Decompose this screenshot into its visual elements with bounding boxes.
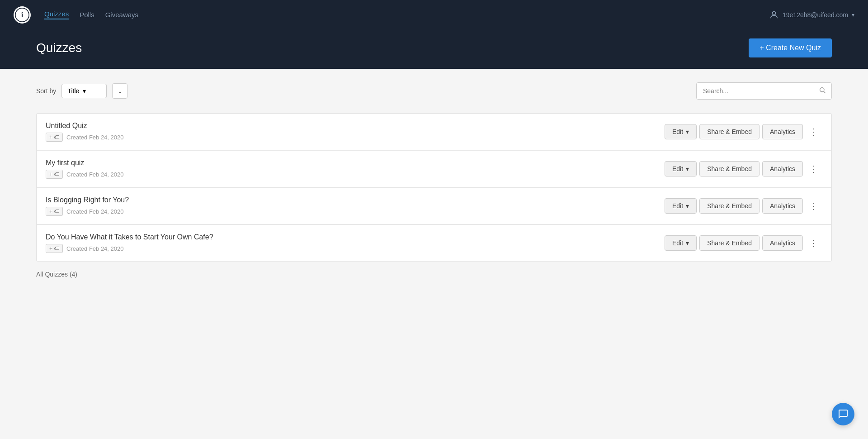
chat-button[interactable] — [832, 403, 854, 425]
analytics-button[interactable]: Analytics — [762, 235, 803, 251]
logo[interactable]: i — [14, 6, 31, 24]
share-embed-button[interactable]: Share & Embed — [699, 235, 760, 251]
quiz-info: Is Blogging Right for You? + 🏷 Created F… — [46, 196, 129, 216]
edit-button[interactable]: Edit ▾ — [665, 124, 697, 139]
quiz-name: Do You Have What it Takes to Start Your … — [46, 233, 213, 241]
search-icon — [819, 86, 826, 94]
main-content: Sort by Title ▾ ↓ Untitled Quiz — [0, 69, 868, 439]
created-date: Created Feb 24, 2020 — [66, 171, 123, 178]
quiz-meta: + 🏷 Created Feb 24, 2020 — [46, 207, 129, 216]
tag-icon: 🏷 — [54, 171, 59, 177]
share-embed-button[interactable]: Share & Embed — [699, 161, 760, 177]
quiz-actions: Edit ▾ Share & Embed Analytics ⋮ — [665, 235, 822, 251]
user-menu[interactable]: 19e12eb8@uifeed.com ▾ — [769, 10, 854, 20]
sort-label: Sort by — [36, 87, 56, 95]
plus-icon: + — [49, 134, 52, 140]
tag-icon: 🏷 — [54, 208, 59, 215]
created-date: Created Feb 24, 2020 — [66, 208, 123, 215]
quiz-count: All Quizzes (4) — [36, 271, 832, 278]
tag-icon: 🏷 — [54, 245, 59, 252]
create-quiz-button[interactable]: + Create New Quiz — [749, 38, 832, 57]
quiz-item: Do You Have What it Takes to Start Your … — [36, 224, 832, 262]
quiz-item: My first quiz + 🏷 Created Feb 24, 2020 E… — [36, 150, 832, 187]
sort-search-row: Sort by Title ▾ ↓ — [36, 82, 832, 100]
edit-chevron-icon: ▾ — [686, 128, 689, 135]
quiz-name: Is Blogging Right for You? — [46, 196, 129, 204]
analytics-button[interactable]: Analytics — [762, 198, 803, 214]
created-date: Created Feb 24, 2020 — [66, 245, 123, 252]
user-email: 19e12eb8@uifeed.com — [783, 11, 848, 19]
add-tag-button[interactable]: + 🏷 — [46, 133, 63, 142]
logo-icon: i — [14, 6, 31, 24]
edit-chevron-icon: ▾ — [686, 239, 689, 247]
more-options-button[interactable]: ⋮ — [806, 200, 822, 212]
quiz-info: My first quiz + 🏷 Created Feb 24, 2020 — [46, 159, 124, 179]
analytics-button[interactable]: Analytics — [762, 161, 803, 177]
nav-quizzes[interactable]: Quizzes — [44, 10, 69, 19]
header-left: i Quizzes Polls Giveaways — [14, 6, 138, 24]
svg-point-4 — [820, 88, 824, 92]
created-date: Created Feb 24, 2020 — [66, 134, 123, 141]
nav-links: Quizzes Polls Giveaways — [44, 10, 138, 19]
edit-button[interactable]: Edit ▾ — [665, 161, 697, 177]
add-tag-button[interactable]: + 🏷 — [46, 170, 63, 179]
quiz-info: Untitled Quiz + 🏷 Created Feb 24, 2020 — [46, 122, 124, 142]
edit-button[interactable]: Edit ▾ — [665, 198, 697, 214]
quiz-item: Untitled Quiz + 🏷 Created Feb 24, 2020 E… — [36, 113, 832, 150]
quiz-actions: Edit ▾ Share & Embed Analytics ⋮ — [665, 161, 822, 177]
edit-button[interactable]: Edit ▾ — [665, 235, 697, 251]
svg-text:i: i — [21, 10, 24, 19]
sort-chevron-icon: ▾ — [83, 87, 86, 95]
edit-chevron-icon: ▾ — [686, 202, 689, 210]
plus-icon: + — [49, 208, 52, 215]
plus-icon: + — [49, 171, 52, 177]
quiz-list: Untitled Quiz + 🏷 Created Feb 24, 2020 E… — [36, 113, 832, 262]
share-embed-button[interactable]: Share & Embed — [699, 198, 760, 214]
quiz-item: Is Blogging Right for You? + 🏷 Created F… — [36, 187, 832, 224]
user-icon — [769, 10, 779, 20]
quiz-actions: Edit ▾ Share & Embed Analytics ⋮ — [665, 198, 822, 214]
more-options-button[interactable]: ⋮ — [806, 125, 822, 138]
more-options-button[interactable]: ⋮ — [806, 237, 822, 249]
sort-order-button[interactable]: ↓ — [112, 83, 127, 99]
search-box — [696, 82, 832, 100]
tag-icon: 🏷 — [54, 134, 59, 140]
search-input[interactable] — [697, 84, 813, 98]
quiz-info: Do You Have What it Takes to Start Your … — [46, 233, 213, 253]
quiz-name: Untitled Quiz — [46, 122, 124, 130]
quiz-meta: + 🏷 Created Feb 24, 2020 — [46, 170, 124, 179]
svg-point-3 — [772, 11, 775, 14]
analytics-button[interactable]: Analytics — [762, 124, 803, 139]
header: i Quizzes Polls Giveaways 19e12eb8@uifee… — [0, 0, 868, 29]
more-options-button[interactable]: ⋮ — [806, 162, 822, 175]
edit-chevron-icon: ▾ — [686, 165, 689, 172]
quiz-meta: + 🏷 Created Feb 24, 2020 — [46, 133, 124, 142]
quiz-name: My first quiz — [46, 159, 124, 167]
add-tag-button[interactable]: + 🏷 — [46, 207, 63, 216]
sort-select-value: Title — [67, 87, 79, 95]
search-button[interactable] — [813, 83, 831, 99]
quiz-actions: Edit ▾ Share & Embed Analytics ⋮ — [665, 124, 822, 139]
sort-select[interactable]: Title ▾ — [61, 84, 107, 98]
plus-icon: + — [49, 245, 52, 252]
nav-giveaways[interactable]: Giveaways — [105, 11, 138, 19]
svg-line-5 — [824, 91, 826, 93]
quiz-meta: + 🏷 Created Feb 24, 2020 — [46, 244, 213, 253]
chevron-down-icon: ▾ — [852, 12, 854, 18]
nav-polls[interactable]: Polls — [80, 11, 94, 19]
share-embed-button[interactable]: Share & Embed — [699, 124, 760, 139]
chat-icon — [838, 409, 849, 420]
sort-controls: Sort by Title ▾ ↓ — [36, 83, 127, 99]
page-title: Quizzes — [36, 41, 82, 55]
page-header: Quizzes + Create New Quiz — [0, 29, 868, 69]
add-tag-button[interactable]: + 🏷 — [46, 244, 63, 253]
